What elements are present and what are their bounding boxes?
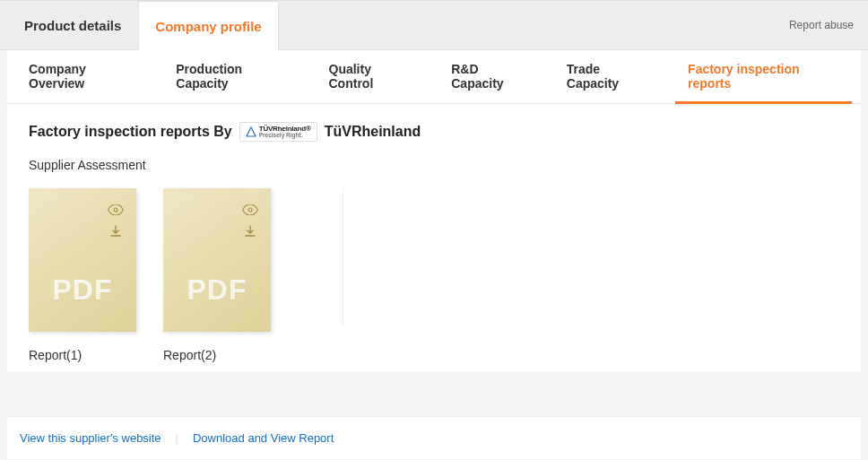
subtab-company-overview[interactable]: Company Overview xyxy=(16,51,152,104)
tab-label: Product details xyxy=(24,18,121,33)
report-thumbnail[interactable]: PDF xyxy=(29,188,136,332)
download-view-report-link[interactable]: Download and View Report xyxy=(193,431,334,445)
thumb-actions xyxy=(108,204,124,239)
header-bar: Product details Company profile Report a… xyxy=(0,0,868,50)
subtab-label: Company Overview xyxy=(29,62,140,91)
tuv-tagline: Precisely Right. xyxy=(259,133,311,139)
eye-icon[interactable] xyxy=(242,204,258,215)
subtab-rd-capacity[interactable]: R&D Capacity xyxy=(438,51,543,104)
tuv-triangle-icon xyxy=(246,126,256,137)
content-panel: Factory inspection reports By TÜVRheinla… xyxy=(7,104,861,371)
download-icon[interactable] xyxy=(108,224,123,239)
svg-point-2 xyxy=(248,208,252,212)
tuv-badge: TÜVRheinland® Precisely Right. xyxy=(239,122,317,142)
thumb-actions xyxy=(242,204,258,239)
report-thumbnail[interactable]: PDF xyxy=(163,188,271,332)
svg-marker-0 xyxy=(247,127,256,136)
download-icon[interactable] xyxy=(243,224,257,239)
file-type-label: PDF xyxy=(163,273,271,307)
report-item-2: PDF Report(2) xyxy=(163,188,271,362)
subtab-label: Quality Control xyxy=(329,62,416,91)
main-tabs: Product details Company profile xyxy=(7,1,279,49)
tab-label: Company profile xyxy=(155,19,261,34)
subtab-factory-inspection-reports[interactable]: Factory inspection reports xyxy=(675,51,852,104)
svg-point-1 xyxy=(114,208,117,212)
report-item-1: PDF Report(1) xyxy=(29,188,136,362)
eye-icon[interactable] xyxy=(108,204,124,215)
reports-divider xyxy=(343,188,343,326)
view-supplier-website-link[interactable]: View this supplier's website xyxy=(20,431,161,445)
section-title-prefix: Factory inspection reports By xyxy=(29,124,232,140)
subtab-label: Production Capacity xyxy=(176,62,292,91)
tuv-badge-texts: TÜVRheinland® Precisely Right. xyxy=(259,126,311,139)
sub-heading: Supplier Assessment xyxy=(29,158,839,172)
subtab-quality-control[interactable]: Quality Control xyxy=(317,51,429,104)
subtab-trade-capacity[interactable]: Trade Capacity xyxy=(554,51,664,104)
report-caption: Report(1) xyxy=(29,348,136,362)
report-abuse-link[interactable]: Report abuse xyxy=(789,19,854,31)
report-caption: Report(2) xyxy=(163,348,271,362)
reports-row: PDF Report(1) PDF Report(2) xyxy=(29,188,839,362)
tab-company-profile[interactable]: Company profile xyxy=(138,1,278,50)
file-type-label: PDF xyxy=(29,273,136,307)
subtab-label: Factory inspection reports xyxy=(688,62,839,91)
tab-product-details[interactable]: Product details xyxy=(7,1,138,49)
footer-separator: | xyxy=(176,431,178,445)
footer-links: View this supplier's website | Download … xyxy=(7,416,861,459)
section-title: Factory inspection reports By TÜVRheinla… xyxy=(29,122,839,142)
subtab-production-capacity[interactable]: Production Capacity xyxy=(163,51,305,104)
provider-name: TüVRheinland xyxy=(325,124,421,140)
subtab-label: R&D Capacity xyxy=(451,62,531,91)
subtab-label: Trade Capacity xyxy=(567,62,652,91)
sub-tab-bar: Company Overview Production Capacity Qua… xyxy=(7,50,861,104)
